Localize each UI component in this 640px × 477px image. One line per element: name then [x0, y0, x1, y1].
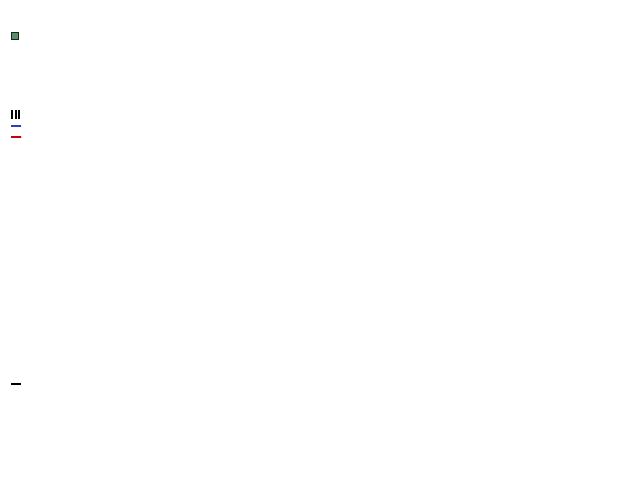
candlestick-icon	[11, 110, 20, 119]
rsi-indicator-icon	[11, 32, 19, 40]
rsi-legend	[11, 30, 22, 41]
main-legend	[11, 109, 24, 142]
macd-legend	[11, 378, 24, 389]
macd-line-icon	[11, 383, 21, 385]
ma200-line-icon	[11, 136, 21, 138]
ma50-line-icon	[11, 125, 21, 127]
chart-canvas	[0, 0, 640, 477]
stockcharts-chart-page: { "header": { "symbol": "$VIX", "descrip…	[0, 0, 640, 477]
